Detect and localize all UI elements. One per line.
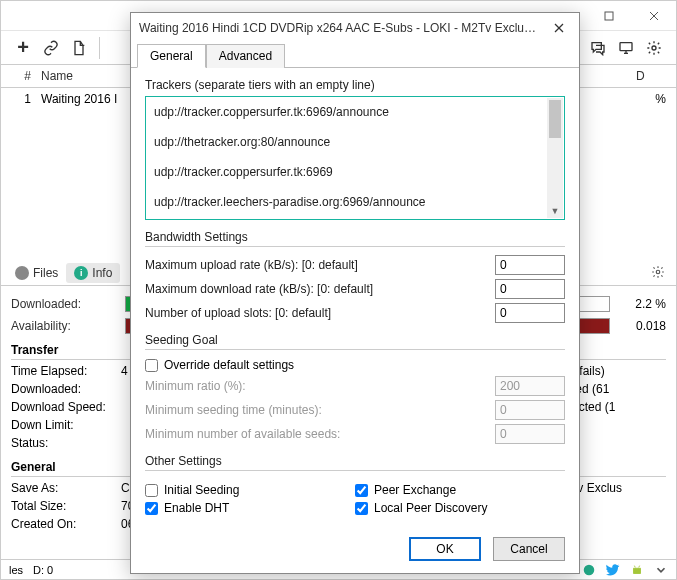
close-button[interactable]	[631, 1, 676, 31]
save-as-label: Save As:	[11, 481, 121, 499]
download-speed-label: Download Speed:	[11, 400, 121, 418]
svg-rect-4	[620, 42, 632, 50]
svg-rect-1	[605, 12, 613, 20]
info-gear-icon[interactable]	[646, 265, 670, 282]
chevron-down-icon[interactable]	[654, 563, 668, 577]
file-icon[interactable]	[65, 34, 93, 62]
scroll-down-icon[interactable]: ▼	[547, 204, 563, 218]
min-ratio-label: Minimum ratio (%):	[145, 379, 487, 393]
svg-point-9	[584, 564, 595, 575]
info-icon: i	[74, 266, 88, 280]
tracker-line: udp://tracker.leechers-paradise.org:6969…	[154, 195, 544, 209]
col-d[interactable]: D	[636, 69, 666, 83]
torrent-properties-dialog: Waiting 2016 Hindi 1CD DVDRip x264 AAC E…	[130, 12, 580, 574]
add-torrent-button[interactable]: +	[9, 34, 37, 62]
enable-dht-checkbox[interactable]	[145, 502, 158, 515]
min-seeds-input	[495, 424, 565, 444]
initial-seeding-label: Initial Seeding	[164, 483, 239, 497]
local-peer-label: Local Peer Discovery	[374, 501, 487, 515]
tab-files[interactable]: Files	[7, 263, 66, 283]
files-icon	[15, 266, 29, 280]
availability-val: 0.018	[616, 319, 666, 333]
tab-general[interactable]: General	[137, 44, 206, 68]
time-elapsed-label: Time Elapsed:	[11, 364, 121, 382]
created-on-label: Created On:	[11, 517, 121, 535]
maximize-button[interactable]	[586, 1, 631, 31]
tab-files-label: Files	[33, 266, 58, 280]
link-icon[interactable]	[37, 34, 65, 62]
min-seed-time-input	[495, 400, 565, 420]
max-upload-input[interactable]	[495, 255, 565, 275]
max-upload-label: Maximum upload rate (kB/s): [0: default]	[145, 258, 487, 272]
scroll-thumb[interactable]	[549, 100, 561, 138]
toolbar-divider	[99, 37, 100, 59]
override-checkbox[interactable]	[145, 359, 158, 372]
dialog-tabs: General Advanced	[131, 43, 579, 68]
dialog-close-button[interactable]	[539, 13, 579, 43]
min-ratio-input	[495, 376, 565, 396]
total-size-label: Total Size:	[11, 499, 121, 517]
enable-dht-label: Enable DHT	[164, 501, 229, 515]
trackers-input[interactable]: udp://tracker.coppersurfer.tk:6969/annou…	[145, 96, 565, 220]
seeding-header: Seeding Goal	[145, 333, 565, 350]
ok-button[interactable]: OK	[409, 537, 481, 561]
availability-pct: 2.2 %	[616, 297, 666, 311]
col-num[interactable]: #	[11, 69, 41, 83]
bandwidth-header: Bandwidth Settings	[145, 230, 565, 247]
availability-label: Availability:	[11, 319, 119, 333]
dialog-buttons: OK Cancel	[131, 529, 579, 573]
peer-exchange-label: Peer Exchange	[374, 483, 456, 497]
max-download-input[interactable]	[495, 279, 565, 299]
max-download-label: Maximum download rate (kB/s): [0: defaul…	[145, 282, 487, 296]
trackers-label: Trackers (separate tiers with an empty l…	[145, 78, 565, 92]
status-label: Status:	[11, 436, 121, 454]
dialog-titlebar: Waiting 2016 Hindi 1CD DVDRip x264 AAC E…	[131, 13, 579, 43]
initial-seeding-checkbox[interactable]	[145, 484, 158, 497]
statusbar-d0: D: 0	[33, 564, 53, 576]
downloaded2-label: Downloaded:	[11, 382, 121, 400]
twitter-icon[interactable]	[606, 563, 620, 577]
statusbar-les: les	[9, 564, 23, 576]
min-seeds-label: Minimum number of available seeds:	[145, 427, 487, 441]
svg-point-7	[652, 46, 656, 50]
peer-exchange-checkbox[interactable]	[355, 484, 368, 497]
dialog-body: Trackers (separate tiers with an empty l…	[131, 68, 579, 529]
monitor-icon[interactable]	[612, 34, 640, 62]
down-limit-label: Down Limit:	[11, 418, 121, 436]
chat-icon[interactable]	[584, 34, 612, 62]
downloaded-label: Downloaded:	[11, 297, 119, 311]
override-label: Override default settings	[164, 358, 294, 372]
android-icon[interactable]	[630, 563, 644, 577]
upload-slots-label: Number of upload slots: [0: default]	[145, 306, 487, 320]
torrent-row-num: 1	[11, 92, 41, 106]
dialog-title: Waiting 2016 Hindi 1CD DVDRip x264 AAC E…	[139, 21, 539, 35]
torrent-row-pct: %	[616, 92, 666, 106]
upload-slots-input[interactable]	[495, 303, 565, 323]
tab-info[interactable]: i Info	[66, 263, 120, 283]
tab-info-label: Info	[92, 266, 112, 280]
tab-advanced[interactable]: Advanced	[206, 44, 285, 68]
tracker-line: udp://tracker.coppersurfer.tk:6969	[154, 165, 544, 179]
gear-icon[interactable]	[640, 34, 668, 62]
tracker-line: udp://tracker.coppersurfer.tk:6969/annou…	[154, 105, 544, 119]
svg-point-8	[656, 270, 660, 274]
cancel-button[interactable]: Cancel	[493, 537, 565, 561]
local-peer-checkbox[interactable]	[355, 502, 368, 515]
tracker-line: udp://thetracker.org:80/announce	[154, 135, 544, 149]
min-seed-time-label: Minimum seeding time (minutes):	[145, 403, 487, 417]
dht-status-icon[interactable]	[582, 563, 596, 577]
other-header: Other Settings	[145, 454, 565, 471]
trackers-scrollbar[interactable]: ▲ ▼	[547, 98, 563, 218]
